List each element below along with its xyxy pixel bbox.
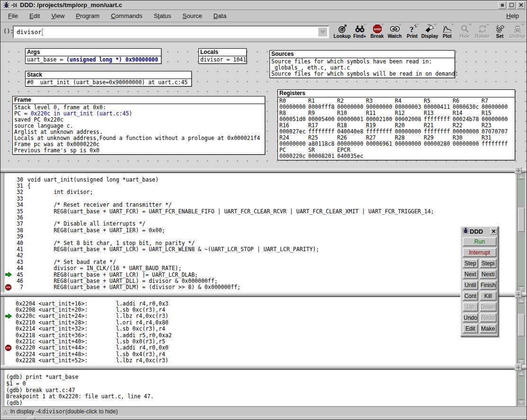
toolbar-button-display[interactable]: Display	[421, 22, 438, 42]
locals-display-value[interactable]: divisor = 1041	[199, 56, 246, 63]
gdb-console-line[interactable]: (gdb) print *uart_base	[6, 374, 516, 380]
argument-history-dropdown[interactable]	[318, 27, 327, 36]
command-button-nexti[interactable]: Nexti	[480, 270, 497, 279]
command-button-make[interactable]: Make	[480, 324, 497, 333]
titlebar[interactable]: DDD: /projects/tmp/orp_mon/uart.c	[0, 0, 527, 10]
sash-grip-3[interactable]	[515, 364, 522, 371]
stack-display[interactable]: Stack #0 uart_init (uart_base=0x90000000…	[25, 71, 192, 87]
registers-display-title[interactable]: Registers	[278, 90, 515, 97]
source-line[interactable]: 33	[5, 195, 516, 201]
sash-grip-2[interactable]	[515, 291, 522, 298]
frame-display-title[interactable]: Frame	[13, 96, 265, 104]
source-line-number[interactable]: 36	[13, 214, 23, 221]
source-line[interactable]: 32 int divisor;	[5, 189, 516, 195]
disassembly-line[interactable]: 0x2224 <uart_init+48>:l.sb 0x4(r3),r4	[5, 351, 516, 357]
source-line[interactable]: STOP7 REG8(uart_base + UART_DLM) = (divi…	[5, 284, 516, 290]
command-button-stepi[interactable]: Stepi	[480, 259, 497, 268]
source-scrollbar[interactable]	[517, 173, 526, 293]
disassembly-line[interactable]: 0x221c <uart_init+40>:l.sb 0x0(r3),r5	[5, 338, 516, 344]
disassembly-line[interactable]: 0x2228 <uart_init+52>:l.lbz r4,0xc(r3)	[5, 358, 516, 364]
register-value[interactable]: 00008201	[308, 153, 337, 159]
command-button-run[interactable]: Run	[463, 237, 497, 246]
data-display-pane[interactable]: Args uart_base = (unsigned long *) 0x900…	[0, 43, 527, 169]
menu-commands[interactable]: Commands	[105, 11, 148, 21]
register-value[interactable]: 00000280	[424, 141, 453, 147]
splitter-source-disasm[interactable]	[0, 293, 527, 297]
source-line-number[interactable]: 35	[13, 208, 23, 215]
breakpoint-stop-icon[interactable]: STOP	[5, 284, 13, 290]
menu-edit[interactable]: Edit	[24, 11, 45, 21]
command-button-until[interactable]: Until	[463, 280, 478, 290]
gdb-console-pane[interactable]: (gdb) print *uart_base$1 = 0(gdb) break …	[0, 369, 516, 406]
maximize-button[interactable]	[508, 1, 516, 9]
source-line[interactable]: 37 /* Disable all interrupts */	[5, 221, 516, 227]
menu-data[interactable]: Data	[208, 11, 232, 21]
toolbar-button-print[interactable]: ?Print	[403, 22, 421, 42]
source-line[interactable]: 36	[5, 214, 516, 220]
source-scrollbar-trough[interactable]	[518, 180, 525, 285]
source-line[interactable]: 31{	[5, 183, 516, 189]
gdb-console-line[interactable]: (gdb)	[6, 400, 516, 406]
bottom-grip[interactable]	[27, 417, 35, 420]
stack-frame-line[interactable]: #0 uart_init (uart_base=0x90000000) at u…	[26, 79, 191, 86]
toolbar-button-find[interactable]: Find»	[351, 22, 368, 42]
source-line[interactable]: 44 divisor = IN_CLK/(16 * UART_BAUD_RATE…	[5, 265, 516, 271]
source-line-number[interactable]: 31	[13, 183, 23, 189]
source-line-number[interactable]: 45	[13, 271, 23, 278]
toolbar-button-hide[interactable]: Hide	[456, 22, 473, 42]
command-button-interrupt[interactable]: Interrupt	[463, 248, 497, 257]
disassembly-pane[interactable]: 0x2204 <uart_init+16>:l.addi r4,r0,0x30x…	[0, 297, 516, 366]
source-line-number[interactable]: 34	[13, 201, 23, 208]
disassembly-line[interactable]: 0x2208 <uart_init+20>:l.sb 0xc(r3),r4	[5, 306, 516, 313]
disassembly-line[interactable]: STOP0x2220 <uart_init+44>:l.addi r4,r0,0…	[5, 345, 516, 351]
splitter-disasm-gdb[interactable]	[0, 366, 527, 369]
command-tool-close-button[interactable]: ✕	[490, 228, 497, 235]
source-line[interactable]: 40 /* Set 8 bit char, 1 stop bit, no par…	[5, 240, 516, 246]
register-value[interactable]: 00000000	[453, 141, 482, 147]
registers-display-body[interactable]: R0R1R2R3R4R5R6R7000000000000fff800000000…	[278, 97, 515, 160]
frame-display[interactable]: Frame Stack level 0, frame at 0x0:PC = 0…	[12, 96, 265, 155]
sources-display-title[interactable]: Sources	[270, 51, 455, 58]
source-line[interactable]: 41 REG8(uart_base + UART_LCR) = UART_LCR…	[5, 246, 516, 252]
args-display-title[interactable]: Args	[26, 49, 161, 56]
gdb-scrollbar-trough[interactable]	[518, 377, 525, 399]
register-value[interactable]: ffffffff	[482, 141, 510, 147]
disassembly-line[interactable]: 0x2214 <uart_init+32>:l.sb 0xc(r3),r4	[5, 326, 516, 332]
register-value[interactable]: 040035ec	[337, 153, 366, 159]
sources-display[interactable]: Sources Source files for which symbols h…	[269, 50, 455, 78]
disasm-scrollbar-trough[interactable]	[518, 304, 525, 358]
close-button[interactable]	[517, 1, 525, 9]
args-display-value[interactable]: uart_base = (unsigned long *) 0x90000000	[26, 56, 161, 63]
command-button-undo[interactable]: Undo	[463, 313, 478, 323]
current-line-arrow-icon[interactable]	[5, 271, 13, 278]
frame-display-body[interactable]: Stack level 0, frame at 0x0:PC = 0x220c …	[13, 104, 265, 154]
source-line[interactable]: 30void uart_init(unsigned long *uart_bas…	[5, 176, 516, 183]
gdb-scrollbar[interactable]	[517, 369, 526, 406]
command-tool-titlebar[interactable]: DDD ✕	[461, 227, 498, 235]
gdb-console-line[interactable]: $1 = 0	[6, 380, 516, 387]
minimize-button[interactable]	[498, 1, 506, 9]
source-line[interactable]: 39	[5, 234, 516, 240]
source-line-number[interactable]: 46	[13, 278, 23, 284]
source-line-number[interactable]: 38	[13, 227, 23, 234]
menu-program[interactable]: Program	[70, 11, 105, 21]
locals-display[interactable]: Locals divisor = 1041	[198, 48, 247, 64]
command-tool[interactable]: DDD ✕ RunInterruptStepStepiNextNextiUnti…	[460, 226, 499, 337]
scroll-up-icon[interactable]	[518, 173, 525, 180]
menu-source[interactable]: Source	[177, 11, 208, 21]
gdb-console-line[interactable]: Breakpoint 1 at 0x2220: file uart.c, lin…	[6, 393, 516, 400]
source-line-number[interactable]: 30	[13, 176, 23, 183]
scroll-down-icon[interactable]	[518, 399, 525, 406]
source-line[interactable]: 35 REG8(uart_base + UART_FCR) = UART_FCR…	[5, 208, 516, 214]
command-button-step[interactable]: Step	[463, 259, 478, 268]
menu-status[interactable]: Status	[148, 11, 177, 21]
source-line-number[interactable]: 40	[13, 240, 23, 246]
sash-grip-1[interactable]	[515, 167, 522, 174]
source-line[interactable]: 46 REG8(uart_base + UART_DLL) = divisor …	[5, 278, 516, 284]
source-scrollbar-thumb[interactable]	[518, 208, 525, 232]
splitter-data-source[interactable]	[0, 169, 527, 173]
source-line-number[interactable]: 7	[13, 284, 23, 290]
disasm-scrollbar[interactable]	[517, 297, 526, 366]
argument-input[interactable]: divisor	[13, 26, 329, 38]
source-line-number[interactable]: 37	[13, 220, 23, 227]
